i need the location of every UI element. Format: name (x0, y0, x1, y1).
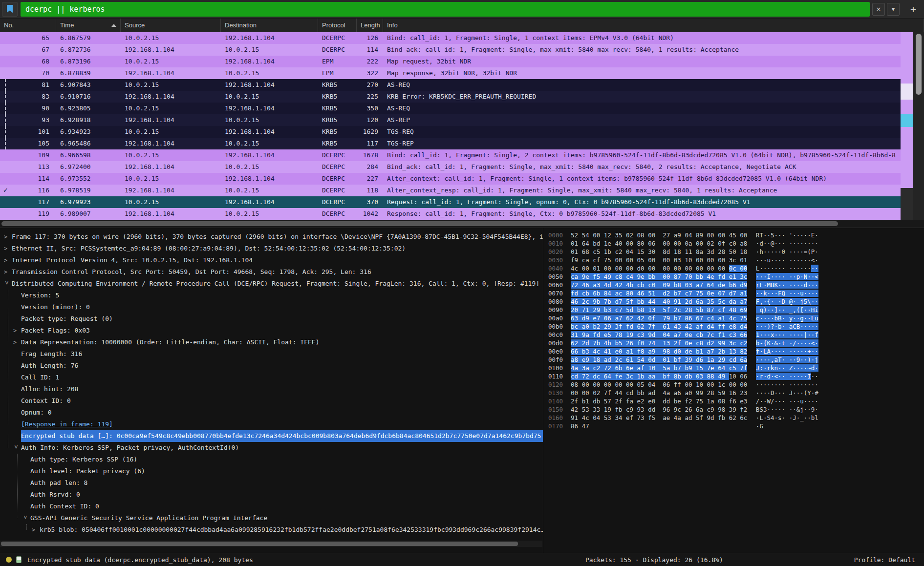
column-header-info[interactable]: Info (383, 19, 924, 32)
hex-row[interactable]: 017086 47·G (548, 422, 924, 430)
hex-row[interactable]: 006072 46 a3 4d 42 4b cb c0 09 b8 03 a7 … (548, 281, 924, 289)
detail-line[interactable]: Auth Length: 76 (0, 360, 543, 372)
hex-row[interactable]: 0110cd 72 dc 64 fe 3c 1b aa bf 8b db 03 … (548, 372, 924, 380)
add-filter-button[interactable]: + (906, 3, 920, 16)
hex-row[interactable]: 00d062 2d 7b 4b b5 26 f0 74 13 2f 0e c8 … (548, 339, 924, 347)
column-header-no[interactable]: No. (0, 19, 56, 32)
filter-dropdown-button[interactable]: ▾ (887, 3, 900, 16)
detail-line[interactable]: Encrypted stub data […]: 0c00ca9ef549c8c… (0, 430, 543, 442)
cell-info: Response: call_id: 1, Fragment: Single, … (383, 208, 901, 220)
detail-line[interactable]: [Response in frame: 119] (0, 419, 543, 430)
detail-line[interactable]: Auth level: Packet privacy (6) (0, 465, 543, 477)
intelligent-scrollbar[interactable] (901, 32, 913, 220)
packet-row[interactable]: 1196.989007192.168.1.10410.0.2.15DCERPC1… (0, 208, 901, 220)
detail-line[interactable]: Alloc hint: 208 (0, 383, 543, 395)
hex-row[interactable]: 001001 64 bd 1e 40 00 80 06 00 00 0a 00 … (548, 239, 924, 248)
detail-line[interactable]: >Data Representation: 10000000 (Order: L… (0, 336, 543, 348)
detail-line[interactable]: Auth Context ID: 0 (0, 501, 543, 512)
details-hscrollbar-thumb[interactable] (1, 542, 518, 546)
detail-line[interactable]: Auth type: Kerberos SSP (16) (0, 454, 543, 465)
packet-row[interactable]: 1096.96659810.0.2.15192.168.1.104DCERPC1… (0, 149, 901, 161)
detail-line[interactable]: Auth Rsrvd: 0 (0, 489, 543, 501)
chevron-collapsed-icon[interactable]: > (13, 336, 21, 348)
detail-line[interactable]: Version (minor): 0 (0, 301, 543, 313)
chevron-expanded-icon[interactable]: > (20, 515, 31, 523)
expert-info-icon[interactable] (6, 557, 12, 563)
column-header-protocol[interactable]: Protocol (318, 19, 357, 32)
packet-row[interactable]: 1176.97992310.0.2.15192.168.1.104DCERPC3… (0, 196, 901, 208)
chevron-collapsed-icon[interactable]: > (4, 231, 12, 243)
detail-line[interactable]: Auth pad len: 8 (0, 477, 543, 489)
clear-filter-button[interactable]: × (872, 3, 885, 16)
detail-line[interactable]: Version: 5 (0, 290, 543, 301)
chevron-expanded-icon[interactable]: > (1, 281, 13, 289)
chevron-collapsed-icon[interactable]: > (13, 325, 21, 336)
hex-row[interactable]: 00f0a8 e9 18 ad 2c 61 54 0d 01 bf 39 d6 … (548, 356, 924, 364)
hex-row[interactable]: 00c031 9a fd e5 78 19 c3 9d 04 a7 0e cb … (548, 331, 924, 339)
hex-row[interactable]: 012008 00 00 00 00 00 05 04 06 ff 00 10 … (548, 380, 924, 389)
hex-row[interactable]: 00404c 00 01 00 00 00 d0 00 00 00 00 00 … (548, 264, 924, 273)
detail-line[interactable]: Packet type: Request (0) (0, 313, 543, 325)
detail-line[interactable]: >krb5_blob: 050406ff0010001c00000000027f… (0, 524, 543, 536)
detail-line[interactable]: Context ID: 0 (0, 395, 543, 407)
packet-row[interactable]: 676.872736192.168.1.10410.0.2.15DCERPC11… (0, 44, 901, 56)
chevron-collapsed-icon[interactable]: > (32, 524, 40, 536)
hex-row[interactable]: 01402f b1 db 57 2f fa e2 e0 dd be f2 75 … (548, 397, 924, 405)
packet-row[interactable]: 836.910716192.168.1.10410.0.2.15KRB5225K… (0, 91, 901, 103)
hex-row[interactable]: 015042 53 33 19 fb c9 93 dd 96 9c 26 6a … (548, 405, 924, 414)
hex-row[interactable]: 000052 54 00 12 35 02 08 00 27 a9 04 89 … (548, 231, 924, 239)
detail-line[interactable]: Frag Length: 316 (0, 348, 543, 360)
display-filter-input[interactable]: dcerpc || kerberos (21, 2, 870, 17)
packet-list-hscrollbar[interactable] (0, 220, 924, 228)
detail-line[interactable]: >GSS-API Generic Security Service Applic… (0, 512, 543, 524)
packet-row[interactable]: 936.928918192.168.1.10410.0.2.15KRB5120A… (0, 114, 901, 126)
hex-row[interactable]: 008046 2c 9b 7b d7 5f bb 44 40 91 2d 6a … (548, 297, 924, 306)
packet-row[interactable]: 1056.965486192.168.1.10410.0.2.15KRB5117… (0, 138, 901, 149)
detail-line[interactable]: >Auth Info: Kerberos SSP, Packet privacy… (0, 442, 543, 454)
hex-row[interactable]: 0050ca 9e f5 49 c8 c4 9e bb 00 87 70 bb … (548, 273, 924, 281)
detail-line[interactable]: >Internet Protocol Version 4, Src: 10.0.… (0, 254, 543, 266)
column-header-length[interactable]: Length (357, 19, 383, 32)
chevron-expanded-icon[interactable]: > (10, 445, 22, 453)
chevron-collapsed-icon[interactable]: > (4, 266, 12, 278)
column-header-destination[interactable]: Destination (221, 19, 318, 32)
vscrollbar-thumb[interactable] (916, 34, 922, 95)
hex-row[interactable]: 016091 4c 04 53 34 ef 73 f5 ae 4a ad 5f … (548, 414, 924, 422)
chevron-collapsed-icon[interactable]: > (4, 243, 12, 254)
hscrollbar-thumb[interactable] (1, 221, 838, 226)
hex-row[interactable]: 01004a 3a c2 72 6b 6e af 10 5a b7 b9 15 … (548, 364, 924, 372)
packet-row[interactable]: 1146.97355210.0.2.15192.168.1.104DCERPC2… (0, 173, 901, 185)
packet-row[interactable]: 1136.972400192.168.1.10410.0.2.15DCERPC2… (0, 161, 901, 173)
hex-row[interactable]: 00e066 b3 4c 41 e0 a1 f8 a9 98 d0 de b1 … (548, 347, 924, 356)
column-header-time[interactable]: Time (56, 19, 121, 32)
status-profile[interactable]: Profile: Default (854, 556, 915, 564)
details-hscrollbar[interactable] (0, 541, 542, 547)
packet-row[interactable]: 656.86757910.0.2.15192.168.1.104DCERPC12… (0, 32, 901, 44)
column-header-source[interactable]: Source (121, 19, 221, 32)
detail-line[interactable]: >Distributed Computing Environment / Rem… (0, 278, 543, 290)
hex-row[interactable]: 002001 68 c5 1b c2 04 15 30 8d 18 11 8a … (548, 248, 924, 256)
hex-row[interactable]: 0030f9 ca cf 75 00 00 05 00 00 03 10 00 … (548, 256, 924, 264)
packet-list-vscrollbar[interactable] (913, 32, 924, 220)
packet-row[interactable]: 906.92380510.0.2.15192.168.1.104KRB5350A… (0, 103, 901, 114)
filter-bookmark-button[interactable] (2, 2, 18, 17)
hex-row[interactable]: 0070fd cb 6b 84 ac 80 46 51 d2 b7 c7 75 … (548, 289, 924, 297)
packet-row[interactable]: 1016.93492310.0.2.15192.168.1.104KRB5162… (0, 126, 901, 138)
capture-file-properties-icon[interactable] (16, 556, 21, 563)
chevron-collapsed-icon[interactable]: > (4, 254, 12, 266)
packet-row[interactable]: 816.90784310.0.2.15192.168.1.104KRB5270A… (0, 79, 901, 91)
packet-row[interactable]: 686.87319610.0.2.15192.168.1.104EPM222Ma… (0, 56, 901, 67)
detail-line[interactable]: Opnum: 0 (0, 407, 543, 419)
hex-row[interactable]: 009020 71 29 b3 c7 5d b8 13 5f 2c 28 5b … (548, 306, 924, 314)
packet-row[interactable]: 706.878839192.168.1.10410.0.2.15EPM322Ma… (0, 67, 901, 79)
detail-line[interactable]: >Packet Flags: 0x03 (0, 325, 543, 336)
packet-row[interactable]: 116✓6.978519192.168.1.10410.0.2.15DCERPC… (0, 185, 901, 196)
detail-line[interactable]: >Frame 117: 370 bytes on wire (2960 bits… (0, 231, 543, 243)
detail-line[interactable]: Call ID: 1 (0, 372, 543, 383)
hex-row[interactable]: 00b0bc a0 b2 29 3f fd 62 7f 61 43 42 af … (548, 322, 924, 331)
hex-row[interactable]: 00a063 d9 e7 06 a7 62 42 0f 79 b7 86 67 … (548, 314, 924, 322)
detail-line[interactable]: >Ethernet II, Src: PCSSystemtec_a9:04:89… (0, 243, 543, 254)
hex-bytes: f9 ca cf 75 00 00 05 00 00 03 10 00 00 0… (571, 256, 751, 264)
hex-row[interactable]: 013000 00 02 7f 44 cd bb ad 4a a6 a0 99 … (548, 389, 924, 397)
detail-line[interactable]: >Transmission Control Protocol, Src Port… (0, 266, 543, 278)
